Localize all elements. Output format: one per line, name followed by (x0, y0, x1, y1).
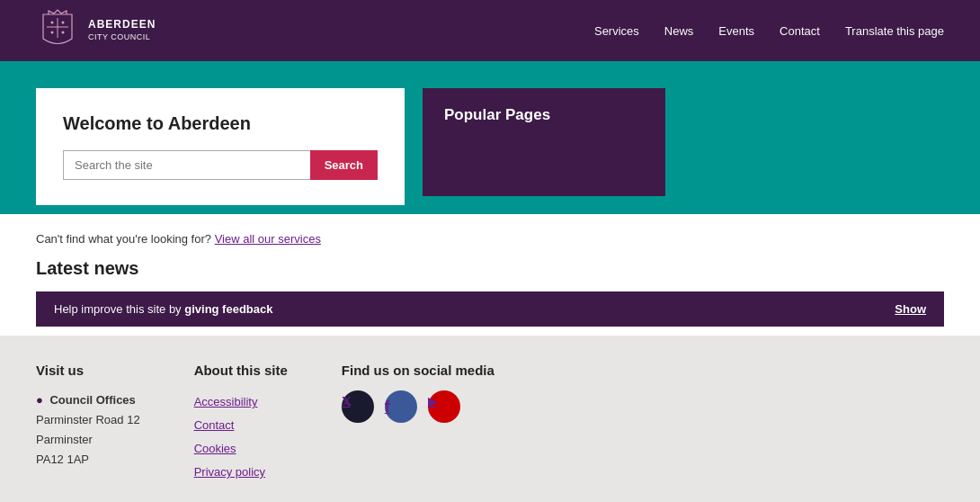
site-header: ABERDEEN CITY COUNCIL Services News Even… (0, 0, 980, 61)
svg-point-3 (51, 22, 54, 24)
nav-contact[interactable]: Contact (780, 24, 820, 38)
footer-social: Find us on social media 𝕏 f ▶ (342, 363, 494, 484)
address-line-1: Parminster Road 12 (36, 410, 140, 430)
welcome-title: Welcome to Aberdeen (63, 113, 378, 134)
nav-translate[interactable]: Translate this page (845, 24, 944, 38)
footer-link-cookies[interactable]: Cookies (194, 437, 288, 461)
svg-point-5 (51, 31, 54, 34)
logo-org-type: CITY COUNCIL (88, 32, 156, 43)
facebook-icon[interactable]: f (385, 390, 417, 423)
popular-pages-card: Popular Pages (423, 88, 665, 196)
view-all-services-link[interactable]: View all our services (215, 232, 321, 246)
latest-news-heading: Latest news (36, 258, 944, 279)
site-footer: Visit us ● Council Offices Parminster Ro… (0, 336, 980, 502)
logo-area: ABERDEEN CITY COUNCIL (36, 7, 156, 54)
search-form: Search (63, 150, 378, 180)
about-site-heading: About this site (194, 363, 288, 378)
popular-pages-title: Popular Pages (444, 106, 644, 124)
visit-us-heading: Visit us (36, 363, 140, 378)
search-card: Welcome to Aberdeen Search (36, 88, 405, 205)
nav-services[interactable]: Services (594, 24, 639, 38)
footer-link-privacy[interactable]: Privacy policy (194, 461, 288, 484)
main-nav: Services News Events Contact Translate t… (594, 24, 944, 38)
address-line-3: PA12 1AP (36, 450, 140, 470)
youtube-icon[interactable]: ▶ (428, 390, 460, 423)
search-input[interactable] (63, 150, 310, 180)
address-line-2: Parminster (36, 430, 140, 450)
feedback-show-button[interactable]: Show (895, 302, 926, 316)
svg-point-4 (62, 22, 65, 24)
twitter-icon[interactable]: 𝕏 (342, 390, 374, 423)
logo-city-name: ABERDEEN (88, 18, 156, 32)
location-icon: ● (36, 393, 43, 407)
social-heading: Find us on social media (342, 363, 494, 378)
svg-point-6 (62, 31, 65, 34)
social-icons-container: 𝕏 f ▶ (342, 390, 494, 423)
feedback-text: Help improve this site by giving feedbac… (54, 302, 272, 316)
giving-feedback-link[interactable]: giving feedback (184, 302, 272, 316)
hero-section: Welcome to Aberdeen Search Popular Pages (0, 61, 980, 214)
main-content: Can't find what you're looking for? View… (0, 214, 980, 336)
aberdeen-crest-icon (36, 7, 79, 54)
find-services-text: Can't find what you're looking for? View… (36, 232, 944, 246)
footer-link-accessibility[interactable]: Accessibility (194, 390, 288, 414)
search-button[interactable]: Search (310, 150, 378, 180)
footer-about-site: About this site Accessibility Contact Co… (194, 363, 288, 484)
footer-address: ● Council Offices Parminster Road 12 Par… (36, 390, 140, 470)
footer-link-contact[interactable]: Contact (194, 414, 288, 437)
footer-visit-us: Visit us ● Council Offices Parminster Ro… (36, 363, 140, 484)
feedback-bar: Help improve this site by giving feedbac… (36, 291, 944, 327)
logo-text-block: ABERDEEN CITY COUNCIL (88, 18, 156, 42)
nav-news[interactable]: News (664, 24, 694, 38)
nav-events[interactable]: Events (718, 24, 754, 38)
office-name: Council Offices (49, 393, 135, 407)
